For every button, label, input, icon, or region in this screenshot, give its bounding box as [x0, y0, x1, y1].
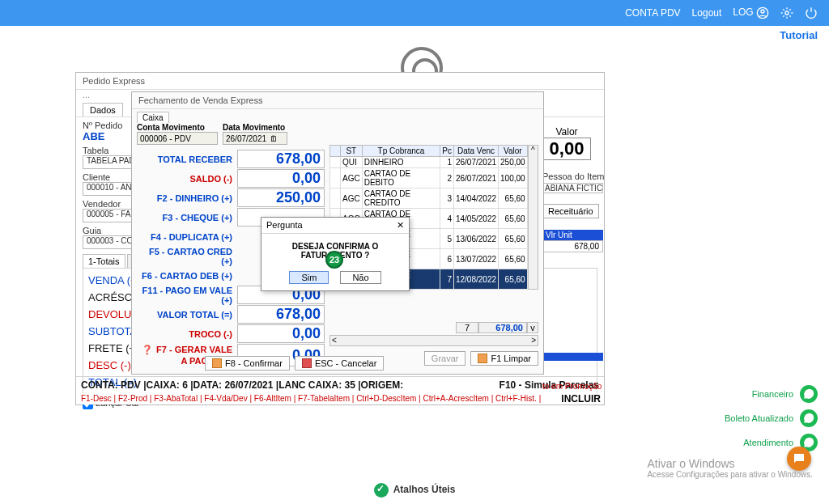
- whatsapp-icon[interactable]: [800, 385, 818, 403]
- data-mov-field[interactable]: 26/07/2021 🗓: [223, 132, 287, 145]
- troco-value: 0,00: [237, 324, 325, 343]
- wa-financeiro[interactable]: Financeiro: [752, 389, 793, 399]
- settings-button[interactable]: [780, 6, 793, 19]
- cancelar-button[interactable]: ESC - Cancelar: [295, 356, 384, 371]
- warning-icon: [212, 358, 222, 368]
- item-selection-bar: [542, 353, 603, 361]
- saldo-value: 0,00: [237, 169, 325, 188]
- f4-duplicata-label[interactable]: F4 - DUPLICATA (+): [137, 227, 232, 247]
- f11-vale-label[interactable]: F11 - PAGO EM VALE (+): [137, 286, 232, 305]
- valor-total-value: 678,00: [237, 305, 325, 324]
- incluir-label: INCLUIR: [556, 393, 601, 404]
- tutorial-link[interactable]: Tutorial: [780, 29, 818, 41]
- dialog-title: Pergunta: [266, 220, 303, 231]
- gear-icon: [780, 6, 793, 19]
- account-label[interactable]: CONTA PDV: [625, 7, 680, 19]
- f5-cartao-cred-label[interactable]: F5 - CARTAO CRED (+): [137, 247, 232, 266]
- conta-mov-label: Conta Movimento: [137, 123, 218, 132]
- f3-cheque-label[interactable]: F3 - CHEQUE (+): [137, 208, 232, 227]
- pessoa-item-field[interactable]: ABIANA FICTICIA: [542, 183, 603, 193]
- pedido-status-bar: CONTA: PDV |CAIXA: 6 |DATA: 26/07/2021 |…: [76, 376, 604, 393]
- cliente-label: Cliente: [83, 172, 110, 182]
- power-button[interactable]: [805, 6, 818, 19]
- cobranca-count: 7: [456, 322, 478, 333]
- f7-gerar-vale-label[interactable]: ❓F7 - GERAR VALE: [137, 344, 232, 355]
- total-receber-value: 678,00: [237, 150, 325, 168]
- power-icon: [805, 6, 818, 19]
- confirmar-button[interactable]: F8 - Confirmar: [205, 356, 290, 371]
- tabela-label: Tabela: [83, 146, 108, 155]
- check-circle-icon: [374, 483, 389, 498]
- table-vscroll-down[interactable]: v: [527, 322, 538, 333]
- vlr-unit-header: Vlr Unit: [542, 230, 603, 240]
- dialog-close-icon[interactable]: ✕: [397, 220, 404, 231]
- f2-value[interactable]: 250,00: [237, 188, 325, 207]
- nao-button[interactable]: Não: [340, 271, 380, 284]
- col-valor[interactable]: Valor: [499, 146, 528, 157]
- tab-dados[interactable]: Dados: [83, 103, 123, 116]
- desc-label: DESC (-): [88, 359, 131, 371]
- fechamento-title: Fechamento de Venda Express: [132, 92, 543, 109]
- col-pc[interactable]: Pc: [440, 146, 454, 157]
- tab-totais[interactable]: 1-Totais: [83, 254, 125, 268]
- col-st[interactable]: ST: [341, 146, 363, 157]
- total-receber-label: TOTAL RECEBER: [137, 150, 232, 169]
- saldo-label: SALDO (-): [137, 169, 232, 188]
- col-data-venc[interactable]: Data Venc: [453, 146, 498, 157]
- valor-box: Valor 0,00: [542, 126, 591, 160]
- valor-total-label: VALOR TOTAL (=): [137, 305, 232, 324]
- whatsapp-icon[interactable]: [800, 409, 818, 427]
- table-row[interactable]: AGCCARTAO DE CREDITO314/04/202265,60: [330, 188, 528, 209]
- calendar-icon[interactable]: 🗓: [270, 134, 278, 143]
- pessoa-item-label: Pessoa do Item: [542, 172, 604, 181]
- table-row[interactable]: QUIDINHEIRO126/07/2021250,00: [330, 157, 528, 168]
- guia-label: Guia: [83, 226, 101, 235]
- valor-label: Valor: [542, 126, 591, 138]
- conta-mov-field[interactable]: 000006 - PDV: [137, 132, 218, 145]
- sim-button[interactable]: Sim: [289, 271, 329, 284]
- help-icon[interactable]: ❓: [142, 345, 153, 355]
- cobranca-total: 678,00: [478, 322, 527, 333]
- tab-caixa[interactable]: Caixa: [137, 112, 169, 123]
- wa-atendimento[interactable]: Atendimento: [743, 438, 793, 447]
- shortcuts-bar: F1-Desc | F2-Prod | F3-AbaTotal | F4-Vda…: [76, 393, 604, 404]
- promo-label: to em Promoção: [542, 382, 602, 391]
- log-link[interactable]: LOG: [733, 6, 769, 19]
- valor-value: 0,00: [542, 138, 591, 160]
- svg-point-1: [761, 10, 764, 13]
- atalhos-uteis[interactable]: Atalhos Úteis: [0, 483, 829, 498]
- num-pedido-label: Nº Pedido: [83, 121, 122, 130]
- cancel-icon: [302, 358, 312, 368]
- vlr-unit-value: 678,00: [542, 240, 603, 252]
- data-mov-label: Data Movimento: [223, 123, 287, 132]
- troco-label: TROCO (-): [137, 324, 232, 344]
- fechamento-labels: TOTAL RECEBER SALDO (-) F2 - DINHEIRO (+…: [137, 145, 232, 367]
- user-circle-icon: [756, 6, 769, 19]
- step-badge: 23: [325, 251, 343, 269]
- pedido-title: Pedido Express: [76, 73, 604, 90]
- table-vscroll[interactable]: ^: [528, 145, 538, 290]
- table-hscroll[interactable]: <>: [329, 335, 538, 346]
- f6-cartao-deb-label[interactable]: F6 - CARTAO DEB (+): [137, 266, 232, 286]
- f2-dinheiro-label[interactable]: F2 - DINHEIRO (+): [137, 188, 232, 208]
- logout-link[interactable]: Logout: [692, 7, 722, 19]
- wa-boleto[interactable]: Boleto Atualizado: [725, 413, 793, 423]
- col-tp-cobranca[interactable]: Tp Cobranca: [362, 146, 440, 157]
- table-row[interactable]: AGCCARTAO DE DEBITO226/07/2021100,00: [330, 168, 528, 188]
- windows-watermark: Ativar o Windows Acesse Configurações pa…: [647, 457, 813, 479]
- receituario-button[interactable]: Receituário: [542, 204, 599, 218]
- vendedor-label: Vendedor: [83, 199, 121, 209]
- svg-point-2: [785, 11, 789, 15]
- top-bar: CONTA PDV Logout LOG: [0, 0, 829, 26]
